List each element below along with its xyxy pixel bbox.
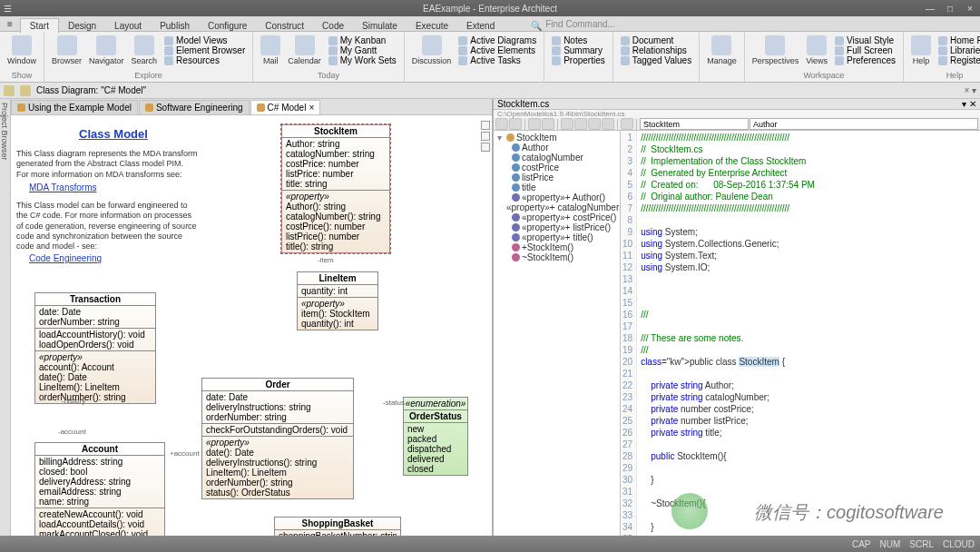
tree-item[interactable]: title xyxy=(495,182,618,192)
ribbon-tab-construct[interactable]: Construct xyxy=(256,19,313,33)
ribbon-full-screen-item[interactable]: Full Screen xyxy=(833,45,897,55)
mda-transforms-link[interactable]: MDA Transforms xyxy=(29,182,96,192)
structure-tree[interactable]: ▾StockItemAuthorcatalogNumbercostPriceli… xyxy=(494,131,621,552)
tb-save-icon[interactable] xyxy=(495,118,508,130)
class-shoppingbasket[interactable]: ShoppingBasketshoppingBasketNumber: stri… xyxy=(274,517,401,536)
ribbon-active-diagrams-item[interactable]: Active Diagrams xyxy=(456,35,538,45)
ribbon-element-browser-item[interactable]: Element Browser xyxy=(162,45,247,55)
doc-tab-using-the-example-model[interactable]: Using the Example Model xyxy=(11,100,138,114)
ribbon-home-page-item[interactable]: Home Page xyxy=(936,35,980,45)
ribbon-notes-item[interactable]: Notes xyxy=(550,35,607,45)
member-combo[interactable] xyxy=(750,118,978,130)
panel-menu-icon[interactable]: ▾ ✕ xyxy=(962,99,976,109)
ribbon-tagged-values-item[interactable]: Tagged Values xyxy=(619,55,693,65)
assoc-label-account2: +account xyxy=(170,449,200,458)
ribbon-active-tasks-item[interactable]: Active Tasks xyxy=(456,55,538,65)
tree-item[interactable]: Author xyxy=(495,143,618,153)
class-order[interactable]: Orderdate: DatedeliveryInstructions: str… xyxy=(201,378,354,499)
ribbon-my-gantt-item[interactable]: My Gantt xyxy=(327,45,398,55)
ribbon-model-views-item[interactable]: Model Views xyxy=(162,35,247,45)
app-menu-icon[interactable]: ☰ xyxy=(4,4,12,14)
tree-item[interactable]: +StockItem() xyxy=(495,242,618,252)
tb-undo-icon[interactable] xyxy=(528,118,541,130)
tree-item[interactable]: «property»+ catalogNumber() xyxy=(495,202,618,212)
tree-root[interactable]: ▾StockItem xyxy=(495,133,618,143)
ribbon-tab-simulate[interactable]: Simulate xyxy=(353,19,407,33)
maximize-button[interactable]: □ xyxy=(944,3,956,14)
ribbon-window-button[interactable]: Window xyxy=(5,34,38,71)
panel-close-icon[interactable]: × ▾ xyxy=(964,85,976,95)
find-command-input[interactable]: Find Command... xyxy=(542,17,619,31)
class-lineitem[interactable]: LineItemquantity: int«property»item(): S… xyxy=(297,271,378,330)
tree-item[interactable]: ~StockItem() xyxy=(495,252,618,262)
tree-item[interactable]: catalogNumber xyxy=(495,153,618,163)
ribbon-tab-code[interactable]: Code xyxy=(313,19,353,33)
diagram-note-1: This Class diagram represents the MDA tr… xyxy=(16,149,198,180)
back-icon[interactable] xyxy=(4,85,15,96)
ribbon-search-button[interactable]: Search xyxy=(130,34,160,71)
tb-toggle-icon[interactable] xyxy=(602,118,614,130)
ribbon-libraries-item[interactable]: Libraries xyxy=(936,45,980,55)
ribbon-visual-style-item[interactable]: Visual Style xyxy=(833,35,897,45)
ribbon-tab-design[interactable]: Design xyxy=(59,19,105,33)
class-transaction[interactable]: Transactiondate: DateorderNumber: string… xyxy=(34,292,156,404)
ribbon-my-kanban-item[interactable]: My Kanban xyxy=(327,35,398,45)
ribbon-document-item[interactable]: Document xyxy=(619,35,693,45)
close-button[interactable]: × xyxy=(964,3,976,14)
tree-item[interactable]: costPrice xyxy=(495,163,618,172)
tree-item[interactable]: «property»+ title() xyxy=(495,232,618,242)
ribbon-navigator-button[interactable]: Navigator xyxy=(87,34,126,71)
ribbon-preferences-item[interactable]: Preferences xyxy=(833,55,897,65)
ribbon-manage-button[interactable]: Manage xyxy=(705,34,739,71)
status-num: NUM xyxy=(880,539,901,549)
code-lines[interactable]: ////////////////////////////////////////… xyxy=(637,131,818,552)
project-browser-tab[interactable]: Project Browser xyxy=(0,99,11,536)
ribbon-help-button[interactable]: Help xyxy=(909,34,933,71)
class-account[interactable]: AccountbillingAddress: stringclosed: boo… xyxy=(34,442,165,536)
ribbon-my-work-sets-item[interactable]: My Work Sets xyxy=(327,55,398,65)
tree-item[interactable]: «property»+ costPrice() xyxy=(495,212,618,222)
ribbon-perspectives-button[interactable]: Perspectives xyxy=(750,34,801,71)
ribbon-tab-configure[interactable]: Configure xyxy=(199,19,256,33)
tb-sync-icon[interactable] xyxy=(561,118,573,130)
tb-tree-icon[interactable] xyxy=(621,118,633,130)
ribbon-tab-layout[interactable]: Layout xyxy=(105,19,151,33)
tree-item[interactable]: listPrice xyxy=(495,172,618,182)
ribbon-tab-execute[interactable]: Execute xyxy=(407,19,457,33)
tb-find-icon[interactable] xyxy=(588,118,601,130)
ribbon-mail-button[interactable]: Mail xyxy=(259,34,282,71)
ribbon-resources-item[interactable]: Resources xyxy=(162,55,247,65)
ribbon-calendar-button[interactable]: Calendar xyxy=(286,34,323,71)
ribbon-tab-extend[interactable]: Extend xyxy=(457,19,504,33)
ribbon-relationships-item[interactable]: Relationships xyxy=(619,45,693,55)
doc-tab-software-engineering[interactable]: Software Engineering xyxy=(139,100,250,114)
ribbon-tab-publish[interactable]: Publish xyxy=(151,19,199,33)
status-bar: CAPNUMSCRLCLOUD xyxy=(0,536,980,552)
ribbon-summary-item[interactable]: Summary xyxy=(550,45,607,55)
minimize-button[interactable]: — xyxy=(924,3,936,14)
enum-orderstatus[interactable]: «enumeration»OrderStatusnewpackeddispatc… xyxy=(403,397,468,476)
tree-item[interactable]: «property»+ listPrice() xyxy=(495,222,618,232)
ribbon-views-button[interactable]: Views xyxy=(804,34,829,71)
status-scrl: SCRL xyxy=(909,539,934,549)
find-command-icon[interactable]: 🔍 xyxy=(531,21,542,31)
ribbon-discussion-button[interactable]: Discussion xyxy=(410,34,454,71)
class-stockitem[interactable]: StockItemAuthor: stringcatalogNumber: st… xyxy=(281,124,390,253)
tree-item[interactable]: «property»+ Author() xyxy=(495,192,618,202)
doc-tab-c-model[interactable]: C# Model× xyxy=(250,100,321,114)
ribbon-menu-icon[interactable]: ≡ xyxy=(0,17,20,31)
ribbon-register-item[interactable]: Register xyxy=(936,55,980,65)
tb-open-icon[interactable] xyxy=(509,118,522,130)
tool-zoom-icon[interactable] xyxy=(481,121,490,130)
tool-pan-icon[interactable] xyxy=(481,132,490,141)
code-editor[interactable]: 1234567891011121314151617181920212223242… xyxy=(621,131,980,552)
code-engineering-link[interactable]: Code Engineering xyxy=(29,253,102,263)
scope-combo[interactable] xyxy=(640,118,749,130)
tb-build-icon[interactable] xyxy=(574,118,587,130)
tb-redo-icon[interactable] xyxy=(542,118,554,130)
ribbon-properties-item[interactable]: Properties xyxy=(550,55,607,65)
tool-select-icon[interactable] xyxy=(481,143,490,152)
ribbon-browser-button[interactable]: Browser xyxy=(50,34,83,71)
ribbon-active-elements-item[interactable]: Active Elements xyxy=(456,45,538,55)
diagram-canvas[interactable]: Class Model This Class diagram represent… xyxy=(11,115,492,536)
